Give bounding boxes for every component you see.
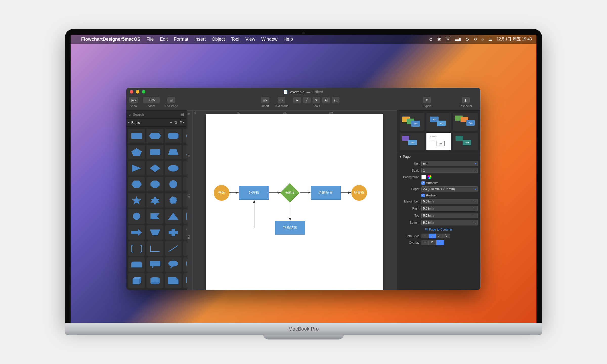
shape-seal[interactable] (183, 193, 187, 208)
shape-callout-rect[interactable] (146, 257, 163, 272)
shape-note[interactable] (165, 273, 182, 288)
menu-file[interactable]: File (146, 37, 154, 42)
portrait-checkbox[interactable]: ✓ (421, 194, 425, 197)
unit-select[interactable]: mm (421, 161, 478, 166)
autosize-checkbox[interactable]: ✓ (421, 181, 425, 185)
pointer-tool[interactable]: ▸ (293, 97, 301, 103)
shape-round-rect[interactable] (165, 129, 182, 143)
shape-rectangle[interactable] (128, 129, 145, 143)
theme-1[interactable]: Text (400, 113, 424, 131)
shape-callout-round[interactable] (165, 257, 182, 272)
show-sidebar-button[interactable]: ▣▾ (129, 97, 138, 103)
menu-tool[interactable]: Tool (231, 37, 239, 42)
search-icon[interactable]: ⌕ (481, 37, 484, 41)
line-tool[interactable]: ╱ (303, 97, 311, 103)
category-header[interactable]: ▾ Basic + ⧉ ⚙▾ (126, 119, 187, 127)
menu-insert[interactable]: Insert (194, 37, 206, 42)
margin-right-field[interactable]: 5.08mm (421, 206, 478, 211)
shape-tool[interactable]: ▢ (332, 97, 339, 103)
shape-line[interactable] (165, 241, 182, 256)
canvas-scroll[interactable]: 开始 处理框 判断框 判断结果 结果框 判断结果 (192, 111, 397, 290)
shape-bracket[interactable] (128, 241, 145, 256)
input-source-icon[interactable]: A (446, 37, 450, 41)
node-result[interactable]: 判断结果 (311, 186, 341, 200)
wifi-icon[interactable]: ⊚ (466, 37, 469, 42)
control-center-icon[interactable]: ☰ (488, 37, 492, 42)
shape-pentagon[interactable] (128, 145, 145, 160)
shape-terminator[interactable] (183, 129, 187, 143)
margin-top-field[interactable]: 5.08mm (421, 213, 478, 218)
shape-arrow[interactable] (128, 225, 145, 240)
inspector-button[interactable]: ◧ (462, 97, 470, 103)
scale-field[interactable]: 1 (421, 168, 478, 173)
margin-bottom-field[interactable]: 5.08mm (421, 220, 478, 225)
path-style-segmented[interactable]: ─┐⌐╲ (421, 234, 450, 238)
shape-decagon[interactable] (165, 177, 182, 192)
shape-circle[interactable] (183, 161, 187, 175)
theme-4[interactable]: Text (400, 133, 424, 150)
pen-tool[interactable]: ✎ (313, 97, 320, 103)
shape-triangle[interactable] (165, 209, 182, 224)
copy-shape-icon[interactable]: ⧉ (175, 120, 177, 125)
menu-view[interactable]: View (245, 37, 255, 42)
shape-hexagon-h[interactable] (146, 129, 163, 143)
shape-ellipse[interactable] (165, 161, 182, 175)
text-tool[interactable]: A| (322, 97, 330, 103)
clock[interactable]: 12月1日 周五 19:43 (496, 37, 532, 42)
insert-button[interactable]: ⊞▾ (261, 97, 269, 103)
text-mode-button[interactable]: ▭ (278, 97, 285, 103)
background-color[interactable] (421, 175, 426, 179)
shape-round-rect-2[interactable] (146, 145, 163, 160)
page-section-header[interactable]: ▾Page (397, 153, 480, 160)
shape-triangle-right[interactable] (128, 161, 145, 175)
theme-6[interactable]: Text (453, 133, 478, 150)
battery-icon[interactable]: ▬▮ (455, 37, 461, 42)
theme-2[interactable]: TextText (426, 113, 451, 131)
margin-left-field[interactable]: 5.08mm (421, 199, 478, 204)
node-start[interactable]: 开始 (214, 185, 229, 201)
record-icon[interactable]: ⊙ (429, 37, 432, 42)
shape-chevron[interactable] (183, 225, 187, 240)
shape-star6[interactable] (146, 193, 163, 208)
fit-page-button[interactable]: Fit Page to Contents (397, 226, 480, 233)
library-icon[interactable]: ▤ (180, 112, 184, 117)
color-picker-icon[interactable] (427, 175, 431, 179)
add-page-button[interactable]: ⊞ (167, 97, 175, 103)
shape-corner[interactable] (146, 241, 163, 256)
shape-tab[interactable] (128, 257, 145, 272)
menu-edit[interactable]: Edit (160, 37, 168, 42)
menu-format[interactable]: Format (174, 37, 188, 42)
bluetooth-icon[interactable]: ⌘ (437, 37, 441, 42)
close-button[interactable] (130, 90, 133, 94)
shape-burst[interactable] (165, 193, 182, 208)
shape-trapezoid[interactable] (165, 145, 182, 160)
paper-select[interactable]: A4 (210 mm x 297 mm) (421, 186, 478, 192)
shape-cylinder[interactable] (146, 273, 163, 288)
shape-callout-rr[interactable] (183, 257, 187, 272)
app-menu[interactable]: FlowchartDesigner5macOS (81, 37, 140, 42)
shape-arc[interactable] (183, 241, 187, 256)
page[interactable]: 开始 处理框 判断框 判断结果 结果框 判断结果 (206, 114, 383, 290)
node-decision[interactable]: 判断框 (280, 183, 299, 202)
maximize-button[interactable] (142, 90, 145, 94)
theme-3[interactable]: Text (453, 113, 478, 131)
add-shape-icon[interactable]: + (170, 120, 172, 125)
menu-help[interactable]: Help (284, 37, 293, 42)
backup-icon[interactable]: ⟲ (473, 37, 477, 42)
overlay-segmented[interactable]: ─⊓⌒ (421, 240, 444, 245)
node-process[interactable]: 处理框 (239, 186, 269, 200)
theme-5[interactable]: Text (426, 133, 451, 150)
shape-hexagon[interactable] (128, 177, 145, 192)
zoom-field[interactable]: 88% (143, 97, 160, 103)
shape-cube[interactable] (128, 273, 145, 288)
shape-wavy-circle[interactable] (128, 209, 145, 224)
gear-icon[interactable]: ⚙▾ (180, 120, 185, 125)
search-input[interactable] (133, 112, 180, 117)
shape-gear[interactable] (183, 177, 187, 192)
menu-object[interactable]: Object (212, 37, 225, 42)
export-button[interactable]: ⇧ (423, 97, 431, 103)
shape-trapezoid-down[interactable] (146, 225, 163, 240)
node-end[interactable]: 结果框 (351, 185, 367, 201)
shape-cross[interactable] (165, 225, 182, 240)
shape-diamond[interactable] (146, 161, 163, 175)
